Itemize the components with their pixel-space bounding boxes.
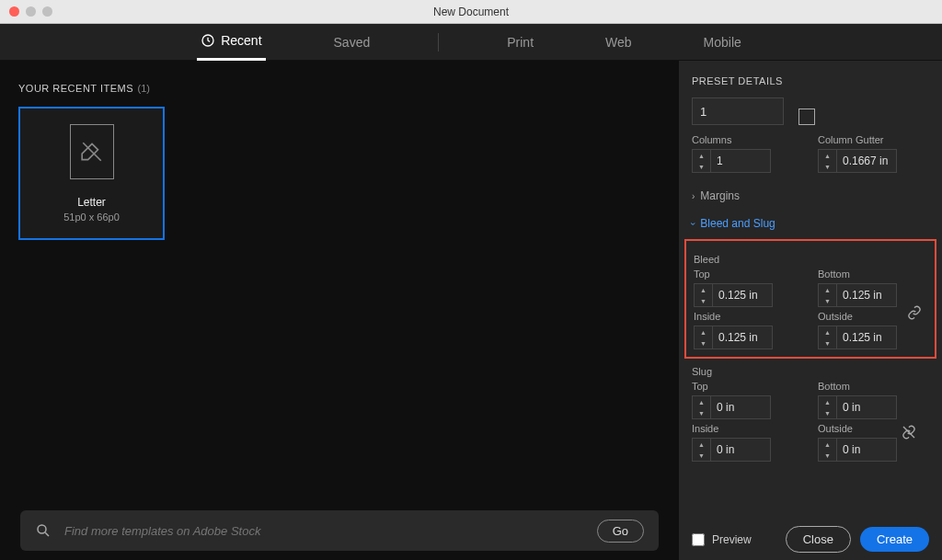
slug-inside-label: Inside (692, 423, 803, 434)
slug-bottom-label: Bottom (818, 381, 929, 392)
preset-name-input[interactable] (692, 97, 784, 125)
gutter-up[interactable]: ▲ (819, 150, 836, 161)
bleed-inside-up[interactable]: ▲ (695, 326, 712, 337)
chevron-down-icon: › (688, 222, 698, 224)
window-minimize-button[interactable] (26, 6, 36, 17)
slug-bottom-down[interactable]: ▼ (819, 407, 836, 418)
margins-accordion[interactable]: › Margins (692, 182, 929, 210)
tab-print-label: Print (507, 35, 534, 50)
bleed-slug-accordion[interactable]: › Bleed and Slug (692, 210, 929, 237)
columns-input[interactable] (710, 149, 771, 173)
slug-label: Slug (692, 366, 929, 377)
tab-saved[interactable]: Saved (330, 24, 374, 61)
tab-print[interactable]: Print (503, 24, 537, 61)
tab-divider (438, 33, 439, 51)
slug-top-label: Top (692, 381, 803, 392)
preview-checkbox-wrap[interactable]: Preview (692, 533, 776, 546)
slug-outside-down[interactable]: ▼ (819, 450, 836, 461)
window-titlebar: New Document (0, 0, 942, 24)
gutter-stepper[interactable]: ▲▼ (818, 149, 929, 173)
bleed-outside-up[interactable]: ▲ (819, 326, 836, 337)
tab-recent[interactable]: Recent (197, 24, 265, 61)
clock-icon (201, 33, 215, 48)
bleed-bottom-stepper[interactable]: ▲▼ (818, 283, 927, 307)
preset-name: Letter (77, 196, 106, 209)
slug-inside-stepper[interactable]: ▲▼ (692, 438, 803, 462)
bleed-outside-stepper[interactable]: ▲▼ (818, 326, 927, 349)
search-icon (35, 522, 52, 539)
tab-web[interactable]: Web (602, 24, 636, 61)
slug-bottom-stepper[interactable]: ▲▼ (818, 395, 929, 419)
slug-top-up[interactable]: ▲ (693, 396, 710, 407)
slug-unlink-icon[interactable] (902, 425, 916, 443)
tab-mobile[interactable]: Mobile (700, 24, 745, 61)
bleed-link-icon[interactable] (907, 305, 922, 324)
bleed-bottom-label: Bottom (818, 269, 927, 280)
columns-label: Columns (692, 134, 803, 145)
preset-details-header: PRESET DETAILS (692, 75, 929, 86)
slug-inside-input[interactable] (710, 438, 771, 462)
bleed-bottom-input[interactable] (836, 283, 897, 307)
bleed-bottom-up[interactable]: ▲ (819, 284, 836, 295)
slug-outside-input[interactable] (836, 438, 897, 462)
bleed-top-stepper[interactable]: ▲▼ (694, 283, 803, 307)
bleed-bottom-down[interactable]: ▼ (819, 295, 836, 306)
slug-outside-up[interactable]: ▲ (819, 439, 836, 450)
template-search-input[interactable] (64, 524, 584, 538)
dialog-footer: Preview Close Create (692, 526, 929, 553)
category-tabs: Recent Saved Print Web Mobile (0, 24, 942, 61)
slug-bottom-input[interactable] (836, 395, 897, 419)
bleed-inside-input[interactable] (712, 326, 773, 349)
preset-dimensions: 51p0 x 66p0 (63, 211, 120, 223)
bleed-top-up[interactable]: ▲ (695, 284, 712, 295)
svg-point-1 (38, 525, 46, 533)
bleed-top-down[interactable]: ▼ (695, 295, 712, 306)
window-close-button[interactable] (9, 6, 19, 17)
bleed-top-label: Top (694, 269, 803, 280)
tab-web-label: Web (605, 35, 632, 50)
gutter-label: Column Gutter (818, 134, 929, 145)
slug-inside-down[interactable]: ▼ (693, 450, 710, 461)
window-maximize-button[interactable] (42, 6, 52, 17)
tab-saved-label: Saved (334, 35, 371, 50)
columns-stepper[interactable]: ▲▼ (692, 149, 803, 173)
bleed-inside-label: Inside (694, 311, 803, 322)
template-search-bar: Go (20, 510, 659, 551)
slug-top-input[interactable] (710, 395, 771, 419)
margins-label: Margins (700, 189, 740, 202)
preview-checkbox[interactable] (692, 533, 705, 546)
bleed-outside-down[interactable]: ▼ (819, 337, 836, 349)
bleed-section-highlight: Bleed Top ▲▼ Bottom ▲▼ (684, 239, 936, 359)
search-go-button[interactable]: Go (597, 520, 644, 543)
recent-items-header: YOUR RECENT ITEMS (18, 83, 133, 94)
window-title: New Document (433, 6, 509, 18)
recent-items-panel: YOUR RECENT ITEMS (1) Letter 51p0 x 66p0… (0, 61, 679, 560)
preset-details-panel: PRESET DETAILS Columns ▲▼ Column Gutter … (679, 61, 942, 560)
chevron-right-icon: › (692, 191, 695, 201)
slug-top-stepper[interactable]: ▲▼ (692, 395, 803, 419)
bleed-inside-stepper[interactable]: ▲▼ (694, 326, 803, 349)
gutter-input[interactable] (836, 149, 897, 173)
orientation-icon[interactable] (798, 109, 815, 125)
slug-inside-up[interactable]: ▲ (693, 439, 710, 450)
gutter-down[interactable]: ▼ (819, 161, 836, 172)
bleed-outside-input[interactable] (836, 326, 897, 349)
columns-down[interactable]: ▼ (693, 161, 710, 172)
tab-mobile-label: Mobile (704, 35, 741, 50)
preset-card-letter[interactable]: Letter 51p0 x 66p0 (18, 107, 165, 240)
traffic-lights (0, 6, 52, 17)
tab-recent-label: Recent (221, 33, 261, 48)
close-button[interactable]: Close (786, 526, 851, 553)
bleed-label: Bleed (694, 254, 927, 265)
slug-bottom-up[interactable]: ▲ (819, 396, 836, 407)
columns-up[interactable]: ▲ (693, 150, 710, 161)
bleed-slug-label: Bleed and Slug (700, 217, 775, 230)
recent-items-count: (1) (137, 83, 149, 94)
bleed-top-input[interactable] (712, 283, 773, 307)
bleed-inside-down[interactable]: ▼ (695, 337, 712, 349)
preview-label: Preview (712, 533, 752, 546)
slug-top-down[interactable]: ▼ (693, 407, 710, 418)
create-button[interactable]: Create (860, 527, 929, 552)
document-icon (70, 124, 114, 179)
